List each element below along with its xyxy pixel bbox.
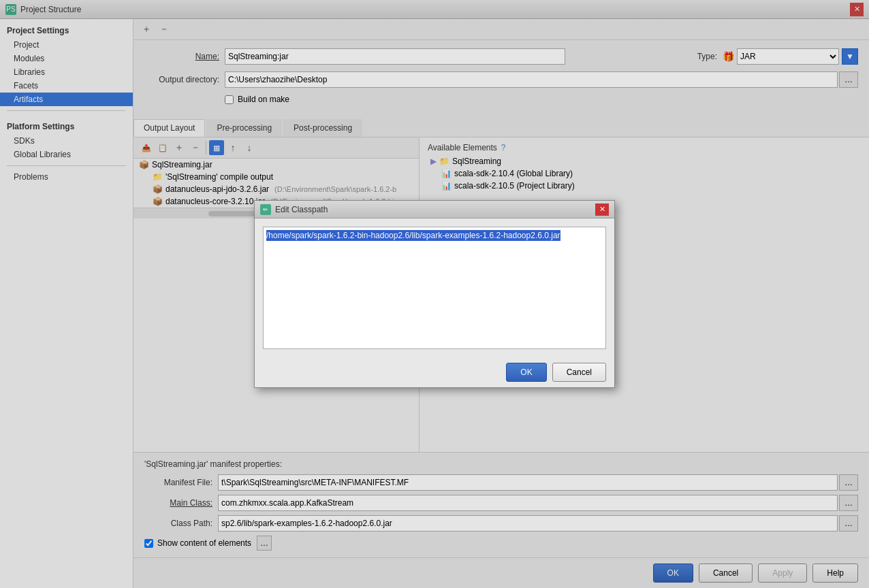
modal-ok-button[interactable]: OK	[506, 363, 546, 382]
classpath-editor[interactable]: /home/spark/spark-1.6.2-bin-hadoop2.6/li…	[263, 227, 606, 349]
modal-body: /home/spark/spark-1.6.2-bin-hadoop2.6/li…	[255, 218, 614, 357]
modal-title: Edit Classpath	[275, 205, 595, 214]
modal-footer: OK Cancel	[255, 357, 614, 387]
modal-title-bar: ✏ Edit Classpath ✕	[255, 201, 614, 218]
modal-overlay: ✏ Edit Classpath ✕ /home/spark/spark-1.6…	[0, 0, 869, 588]
modal-close-button[interactable]: ✕	[595, 203, 609, 216]
modal-cancel-button[interactable]: Cancel	[552, 363, 606, 382]
modal-icon: ✏	[260, 204, 271, 215]
edit-classpath-modal: ✏ Edit Classpath ✕ /home/spark/spark-1.6…	[254, 200, 615, 388]
classpath-selected-text: /home/spark/spark-1.6.2-bin-hadoop2.6/li…	[266, 230, 560, 241]
